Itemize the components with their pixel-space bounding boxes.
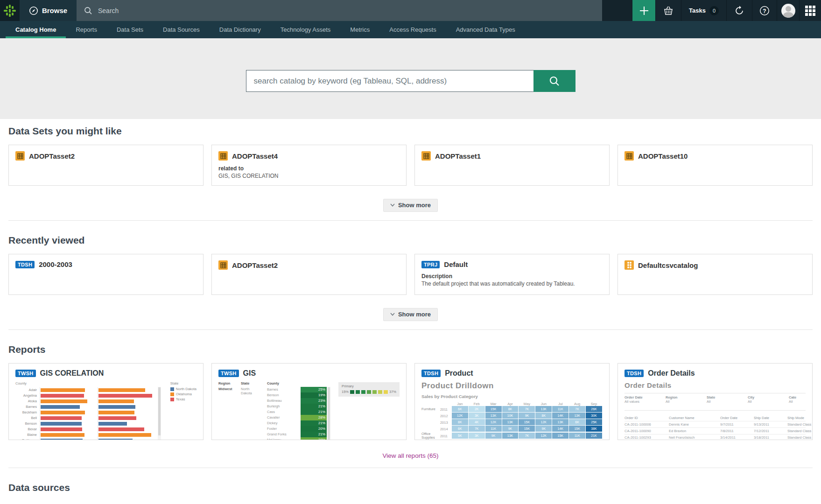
report-card-gis[interactable]: TWSH GIS RegionMidwestStateNorthDakotaCo… bbox=[211, 363, 407, 440]
recent-card[interactable]: TPRJ Default Description The default pro… bbox=[414, 254, 610, 295]
orders-cell: 7/12/2011 bbox=[754, 429, 787, 433]
tdsh-badge: TDSH bbox=[421, 370, 441, 377]
nav-reports[interactable]: Reports bbox=[66, 21, 107, 38]
nav-data-sources[interactable]: Data Sources bbox=[153, 21, 210, 38]
orders-cell: Standard Class bbox=[787, 422, 813, 427]
bar-row-label: Barnes bbox=[15, 404, 40, 409]
bar-row-label: Angelina bbox=[15, 393, 40, 398]
region-column: RegionMidwest bbox=[218, 381, 241, 440]
bar-cell bbox=[40, 410, 98, 415]
gradient-step bbox=[384, 390, 388, 394]
legend-title: Primary bbox=[342, 384, 396, 388]
column-header: State bbox=[241, 381, 267, 385]
card-title: Default bbox=[444, 260, 468, 268]
heat-cell: 7K bbox=[519, 406, 535, 412]
description-label: Description bbox=[421, 273, 603, 280]
basket-button[interactable] bbox=[655, 0, 681, 21]
tprj-badge: TPRJ bbox=[421, 261, 440, 268]
column-header: County bbox=[267, 381, 301, 385]
heat-cell: 12K bbox=[535, 419, 552, 425]
orders-row: CA-2011-100006Dennis Kane9/7/20119/13/20… bbox=[625, 421, 806, 427]
filter-label: State bbox=[707, 395, 748, 399]
heat-cell: 14K bbox=[552, 426, 568, 432]
recent-card[interactable]: ADOPTasset2 bbox=[211, 254, 407, 295]
tasks-count-badge: 0 bbox=[709, 6, 719, 15]
bar bbox=[41, 422, 82, 426]
gradient-step bbox=[361, 390, 365, 394]
help-button[interactable]: ? bbox=[752, 0, 777, 21]
tasks-button[interactable]: Tasks 0 bbox=[681, 0, 726, 21]
report-card-order-details[interactable]: TDSH Order Details Order DetailsOrder Da… bbox=[618, 363, 813, 440]
dataset-card[interactable]: ADOPTasset2 bbox=[8, 145, 203, 186]
user-menu-button[interactable] bbox=[777, 0, 799, 21]
heat-cell: 7K bbox=[452, 440, 468, 440]
global-search-bar[interactable]: Search bbox=[77, 0, 602, 21]
filter-value: All bbox=[707, 399, 710, 404]
month-header: Jan bbox=[452, 402, 468, 406]
top-bar: Browse Search Tasks 0 ? bbox=[0, 0, 821, 21]
legend-label: Texas bbox=[176, 397, 185, 401]
related-to-value[interactable]: GIS, GIS CORELATION bbox=[218, 173, 400, 179]
avatar bbox=[781, 4, 795, 18]
card-title: Defaultcsvcatalog bbox=[638, 261, 698, 269]
legend-item: Oklahoma bbox=[170, 392, 196, 396]
chart-legend: StateNorth DakotaOklahomaTexas bbox=[170, 381, 196, 402]
legend-swatch bbox=[170, 387, 174, 391]
compose-button[interactable] bbox=[632, 0, 655, 21]
heat-cell: 9K bbox=[519, 413, 535, 419]
nav-technology-assets[interactable]: Technology Assets bbox=[271, 21, 341, 38]
dataset-card[interactable]: ADOPTasset4 related to GIS, GIS CORELATI… bbox=[211, 145, 407, 186]
nav-data-sets[interactable]: Data Sets bbox=[107, 21, 153, 38]
report-card-product[interactable]: TDSH Product Product DrilldownSales by P… bbox=[414, 363, 610, 440]
recent-card[interactable]: Defaultcsvcatalog bbox=[618, 254, 813, 295]
heat-cell: 15K bbox=[552, 433, 568, 439]
search-icon bbox=[84, 7, 92, 15]
datasets-section: Data Sets you might like ADOPTasset2 ADO… bbox=[0, 126, 821, 221]
county-name: Dickey bbox=[267, 420, 301, 426]
bar-row-label: Atoka bbox=[15, 399, 40, 404]
sync-button[interactable] bbox=[726, 0, 752, 21]
app-logo[interactable] bbox=[0, 0, 20, 21]
view-all-reports-link[interactable]: View all reports (65) bbox=[383, 452, 439, 459]
nav-advanced-data-types[interactable]: Advanced Data Types bbox=[446, 21, 525, 38]
compass-icon bbox=[29, 6, 38, 15]
heat-cell: 13K bbox=[502, 433, 519, 439]
legend-title: State bbox=[170, 381, 196, 385]
heat-cell: 7K bbox=[519, 433, 535, 439]
gradient-step bbox=[356, 390, 360, 394]
help-icon: ? bbox=[759, 6, 770, 16]
county-name: Benson bbox=[267, 392, 301, 398]
browse-label: Browse bbox=[42, 7, 67, 14]
catalog-search-input[interactable] bbox=[246, 70, 533, 92]
bar-cell bbox=[98, 415, 155, 420]
pct-cell: 21% bbox=[301, 404, 327, 409]
heat-header-row: JanFebMarAprMayJunJulAugSep bbox=[421, 402, 603, 406]
filter-label: Order Date bbox=[625, 395, 666, 399]
report-card-gis-corelation[interactable]: TWSH GIS CORELATION CountyAdairAngelinaA… bbox=[8, 363, 203, 440]
heat-cell: 9K bbox=[485, 433, 502, 439]
catalog-search-button[interactable] bbox=[533, 70, 575, 92]
show-more-recent-button[interactable]: Show more bbox=[383, 308, 438, 321]
heat-cell: 9K bbox=[535, 426, 552, 432]
nav-catalog-home[interactable]: Catalog Home bbox=[6, 21, 66, 38]
gradient-step bbox=[378, 390, 382, 394]
filter: RegionAll bbox=[666, 395, 707, 404]
tdsh-badge: TDSH bbox=[15, 261, 35, 268]
apps-grid-button[interactable] bbox=[799, 0, 821, 21]
orders-header: Ship Date bbox=[754, 416, 787, 420]
pct-cells: 25%19%23%21%21%28%21%20%21%28%32% bbox=[301, 387, 327, 440]
year-label: 2014 bbox=[440, 427, 452, 431]
state-column: StateNorthDakota bbox=[241, 381, 267, 440]
browse-button[interactable]: Browse bbox=[20, 0, 77, 21]
nav-data-dictionary[interactable]: Data Dictionary bbox=[210, 21, 271, 38]
orders-cell: 3/14/2011 bbox=[720, 435, 754, 440]
recent-card[interactable]: TDSH 2000-2003 bbox=[8, 254, 203, 295]
show-more-datasets-button[interactable]: Show more bbox=[383, 199, 438, 212]
dataset-card[interactable]: ADOPTasset10 bbox=[618, 145, 813, 186]
bar bbox=[98, 394, 152, 398]
heat-cell: 13K bbox=[502, 419, 519, 425]
nav-access-requests[interactable]: Access Requests bbox=[379, 21, 446, 38]
dataset-card[interactable]: ADOPTasset1 bbox=[414, 145, 610, 186]
nav-metrics[interactable]: Metrics bbox=[340, 21, 379, 38]
heat-cell: 12K bbox=[586, 440, 602, 440]
